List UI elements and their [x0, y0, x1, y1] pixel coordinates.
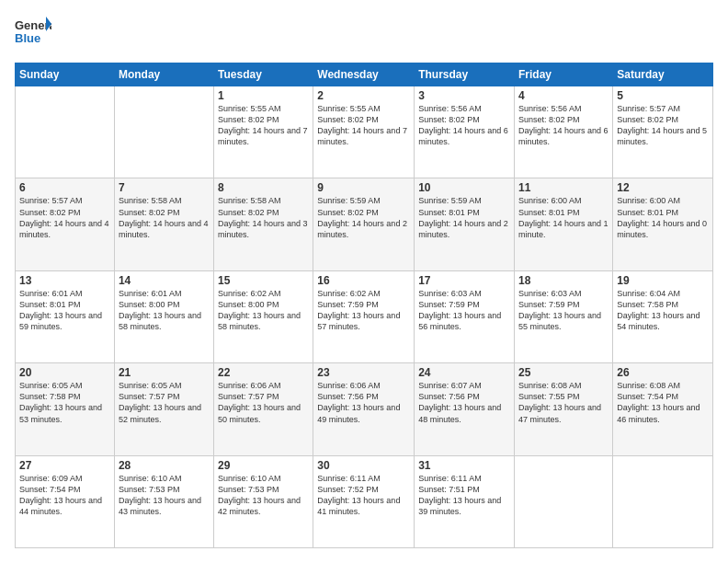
day-info: Sunrise: 6:01 AM Sunset: 8:00 PM Dayligh…: [119, 288, 210, 333]
calendar-cell: 14Sunrise: 6:01 AM Sunset: 8:00 PM Dayli…: [114, 270, 213, 362]
calendar-cell: 10Sunrise: 5:59 AM Sunset: 8:01 PM Dayli…: [415, 178, 515, 270]
day-info: Sunrise: 6:00 AM Sunset: 8:01 PM Dayligh…: [518, 195, 609, 240]
day-number: 30: [317, 459, 410, 472]
calendar-week-row: 27Sunrise: 6:09 AM Sunset: 7:54 PM Dayli…: [16, 455, 713, 547]
calendar-cell: 20Sunrise: 6:05 AM Sunset: 7:58 PM Dayli…: [16, 363, 115, 455]
calendar-cell: [114, 86, 213, 178]
calendar-cell: 6Sunrise: 5:57 AM Sunset: 8:02 PM Daylig…: [16, 178, 115, 270]
day-info: Sunrise: 5:56 AM Sunset: 8:02 PM Dayligh…: [518, 103, 609, 148]
day-number: 16: [317, 274, 410, 287]
day-number: 28: [119, 459, 210, 472]
calendar-cell: [515, 455, 613, 547]
day-info: Sunrise: 6:08 AM Sunset: 7:55 PM Dayligh…: [518, 380, 609, 425]
day-info: Sunrise: 6:05 AM Sunset: 7:57 PM Dayligh…: [119, 380, 210, 425]
calendar-cell: 4Sunrise: 5:56 AM Sunset: 8:02 PM Daylig…: [515, 86, 613, 178]
calendar-cell: 13Sunrise: 6:01 AM Sunset: 8:01 PM Dayli…: [16, 270, 115, 362]
day-info: Sunrise: 5:58 AM Sunset: 8:02 PM Dayligh…: [119, 195, 210, 240]
day-number: 18: [518, 274, 609, 287]
day-number: 14: [119, 274, 210, 287]
day-info: Sunrise: 6:11 AM Sunset: 7:52 PM Dayligh…: [317, 473, 410, 518]
day-number: 8: [218, 181, 309, 194]
weekday-header: Saturday: [613, 63, 713, 86]
day-number: 19: [617, 274, 709, 287]
calendar-cell: 22Sunrise: 6:06 AM Sunset: 7:57 PM Dayli…: [214, 363, 313, 455]
day-number: 4: [518, 89, 609, 102]
day-info: Sunrise: 5:55 AM Sunset: 8:02 PM Dayligh…: [218, 103, 309, 148]
calendar-cell: 8Sunrise: 5:58 AM Sunset: 8:02 PM Daylig…: [214, 178, 313, 270]
day-info: Sunrise: 6:10 AM Sunset: 7:53 PM Dayligh…: [218, 473, 309, 518]
calendar-cell: 31Sunrise: 6:11 AM Sunset: 7:51 PM Dayli…: [415, 455, 515, 547]
day-number: 12: [617, 181, 709, 194]
calendar-cell: 26Sunrise: 6:08 AM Sunset: 7:54 PM Dayli…: [613, 363, 713, 455]
day-number: 22: [218, 366, 309, 379]
weekday-row: SundayMondayTuesdayWednesdayThursdayFrid…: [16, 63, 713, 86]
day-number: 3: [418, 89, 510, 102]
day-number: 20: [19, 366, 110, 379]
day-number: 24: [418, 366, 510, 379]
day-info: Sunrise: 6:02 AM Sunset: 7:59 PM Dayligh…: [317, 288, 410, 333]
calendar-header: SundayMondayTuesdayWednesdayThursdayFrid…: [16, 63, 713, 86]
calendar-cell: 5Sunrise: 5:57 AM Sunset: 8:02 PM Daylig…: [613, 86, 713, 178]
day-info: Sunrise: 5:58 AM Sunset: 8:02 PM Dayligh…: [218, 195, 309, 240]
calendar-cell: 21Sunrise: 6:05 AM Sunset: 7:57 PM Dayli…: [114, 363, 213, 455]
day-number: 11: [518, 181, 609, 194]
day-number: 27: [19, 459, 110, 472]
day-info: Sunrise: 5:57 AM Sunset: 8:02 PM Dayligh…: [19, 195, 110, 240]
weekday-header: Wednesday: [313, 63, 415, 86]
weekday-header: Sunday: [16, 63, 115, 86]
calendar-body: 1Sunrise: 5:55 AM Sunset: 8:02 PM Daylig…: [16, 86, 713, 548]
weekday-header: Thursday: [415, 63, 515, 86]
day-info: Sunrise: 6:01 AM Sunset: 8:01 PM Dayligh…: [19, 288, 110, 333]
svg-text:Blue: Blue: [15, 31, 40, 45]
calendar-cell: 27Sunrise: 6:09 AM Sunset: 7:54 PM Dayli…: [16, 455, 115, 547]
weekday-header: Tuesday: [214, 63, 313, 86]
calendar-week-row: 1Sunrise: 5:55 AM Sunset: 8:02 PM Daylig…: [16, 86, 713, 178]
calendar-cell: 28Sunrise: 6:10 AM Sunset: 7:53 PM Dayli…: [114, 455, 213, 547]
calendar-cell: 11Sunrise: 6:00 AM Sunset: 8:01 PM Dayli…: [515, 178, 613, 270]
day-number: 17: [418, 274, 510, 287]
day-info: Sunrise: 6:07 AM Sunset: 7:56 PM Dayligh…: [418, 380, 510, 425]
calendar-cell: 19Sunrise: 6:04 AM Sunset: 7:58 PM Dayli…: [613, 270, 713, 362]
weekday-header: Monday: [114, 63, 213, 86]
day-number: 21: [119, 366, 210, 379]
calendar-cell: 12Sunrise: 6:00 AM Sunset: 8:01 PM Dayli…: [613, 178, 713, 270]
day-number: 15: [218, 274, 309, 287]
calendar-cell: 30Sunrise: 6:11 AM Sunset: 7:52 PM Dayli…: [313, 455, 415, 547]
calendar-cell: 2Sunrise: 5:55 AM Sunset: 8:02 PM Daylig…: [313, 86, 415, 178]
day-info: Sunrise: 6:06 AM Sunset: 7:57 PM Dayligh…: [218, 380, 309, 425]
day-number: 6: [19, 181, 110, 194]
day-number: 23: [317, 366, 410, 379]
day-number: 10: [418, 181, 510, 194]
day-info: Sunrise: 6:02 AM Sunset: 8:00 PM Dayligh…: [218, 288, 309, 333]
day-number: 13: [19, 274, 110, 287]
day-info: Sunrise: 6:06 AM Sunset: 7:56 PM Dayligh…: [317, 380, 410, 425]
calendar-week-row: 13Sunrise: 6:01 AM Sunset: 8:01 PM Dayli…: [16, 270, 713, 362]
day-info: Sunrise: 5:59 AM Sunset: 8:01 PM Dayligh…: [418, 195, 510, 240]
calendar-cell: [16, 86, 115, 178]
day-number: 9: [317, 181, 410, 194]
day-number: 26: [617, 366, 709, 379]
day-info: Sunrise: 6:04 AM Sunset: 7:58 PM Dayligh…: [617, 288, 709, 333]
day-info: Sunrise: 6:05 AM Sunset: 7:58 PM Dayligh…: [19, 380, 110, 425]
day-info: Sunrise: 6:03 AM Sunset: 7:59 PM Dayligh…: [418, 288, 510, 333]
day-info: Sunrise: 5:57 AM Sunset: 8:02 PM Dayligh…: [617, 103, 709, 148]
weekday-header: Friday: [515, 63, 613, 86]
day-info: Sunrise: 6:10 AM Sunset: 7:53 PM Dayligh…: [119, 473, 210, 518]
logo: General Blue: [15, 15, 51, 53]
day-info: Sunrise: 6:00 AM Sunset: 8:01 PM Dayligh…: [617, 195, 709, 240]
day-info: Sunrise: 6:11 AM Sunset: 7:51 PM Dayligh…: [418, 473, 510, 518]
logo-mark: General Blue: [15, 15, 51, 53]
day-number: 29: [218, 459, 309, 472]
calendar-week-row: 6Sunrise: 5:57 AM Sunset: 8:02 PM Daylig…: [16, 178, 713, 270]
calendar-cell: 1Sunrise: 5:55 AM Sunset: 8:02 PM Daylig…: [214, 86, 313, 178]
day-info: Sunrise: 6:03 AM Sunset: 7:59 PM Dayligh…: [518, 288, 609, 333]
header: General Blue: [15, 15, 713, 53]
calendar-week-row: 20Sunrise: 6:05 AM Sunset: 7:58 PM Dayli…: [16, 363, 713, 455]
calendar-cell: 18Sunrise: 6:03 AM Sunset: 7:59 PM Dayli…: [515, 270, 613, 362]
day-info: Sunrise: 6:08 AM Sunset: 7:54 PM Dayligh…: [617, 380, 709, 425]
calendar-cell: [613, 455, 713, 547]
day-info: Sunrise: 5:56 AM Sunset: 8:02 PM Dayligh…: [418, 103, 510, 148]
day-number: 31: [418, 459, 510, 472]
calendar-cell: 17Sunrise: 6:03 AM Sunset: 7:59 PM Dayli…: [415, 270, 515, 362]
calendar-cell: 9Sunrise: 5:59 AM Sunset: 8:02 PM Daylig…: [313, 178, 415, 270]
